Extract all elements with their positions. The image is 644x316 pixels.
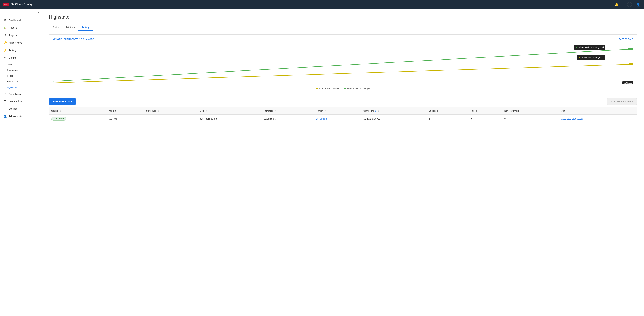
clear-filters-label: CLEAR FILTERS <box>614 100 633 103</box>
sort-icon-start-time[interactable]: ↓ <box>375 110 376 112</box>
vulnerability-icon: 🛡 <box>4 100 7 103</box>
cell-origin: Ad-Hoc <box>107 114 144 123</box>
legend-item-no-changes: Minions with no changes <box>344 87 370 90</box>
app-title: SaltStack Config <box>11 3 32 6</box>
run-highstate-button[interactable]: RUN HIGHSTATE <box>49 98 76 104</box>
col-label-status: Status <box>51 110 58 112</box>
cell-function: state.high... <box>262 114 314 123</box>
col-header-status: Status ▼ <box>49 108 107 114</box>
sidebar-item-config[interactable]: ⚙ Config ∨ <box>0 54 42 62</box>
clear-filters-button[interactable]: ▼ CLEAR FILTERS <box>607 98 637 105</box>
target-link[interactable]: All Minions <box>316 118 328 120</box>
filter-icon-job[interactable]: ▼ <box>206 110 207 112</box>
sidebar-item-vulnerability[interactable]: 🛡 Vulnerability › <box>0 98 42 105</box>
sidebar-item-file-server[interactable]: File Server <box>7 79 42 84</box>
svg-point-0 <box>628 48 633 50</box>
filter-icon-schedule[interactable]: ▼ <box>158 110 160 112</box>
legend-item-changes: Minions with changes <box>316 87 339 90</box>
user-icon[interactable]: 👤 <box>636 2 640 7</box>
chevron-right-icon: › <box>38 49 38 52</box>
tab-activity[interactable]: Activity <box>78 24 93 31</box>
sidebar-item-minion-keys[interactable]: 🔑 Minion Keys › <box>0 39 42 46</box>
topnav-icons: 🔔 ? 👤 <box>615 2 640 7</box>
sidebar-item-activity[interactable]: ⚡ Activity › <box>0 46 42 54</box>
chart-legend: Minions with changes Minions with no cha… <box>52 87 633 90</box>
col-label-job: Job <box>200 110 204 112</box>
data-table: Status ▼ Origin Schedule ▼ Job ▼ <box>49 108 637 123</box>
col-label-success: Success <box>429 110 438 112</box>
page-title: Highstate <box>49 14 637 20</box>
sidebar-item-label: Settings <box>9 107 18 110</box>
filter-icon: ▼ <box>611 100 613 103</box>
col-header-success: Success <box>426 108 468 114</box>
sidebar-item-jobs[interactable]: Jobs <box>7 62 42 67</box>
col-header-start-time: Start Time ↓ ▼ <box>361 108 426 114</box>
filter-icon-target[interactable]: ▼ <box>324 110 326 112</box>
col-header-schedule: Schedule ▼ <box>144 108 198 114</box>
sidebar-item-pillars[interactable]: Pillars <box>7 73 42 79</box>
cell-not-returned: 0 <box>502 114 559 123</box>
sidebar-item-reports[interactable]: 📊 Reports <box>0 24 42 32</box>
highstate-label: Highstate <box>7 86 16 89</box>
sidebar-item-dashboard[interactable]: ⊞ Dashboard <box>0 16 42 24</box>
sidebar-item-settings[interactable]: ≡ Settings › <box>0 105 42 112</box>
chevron-right-icon: › <box>38 100 38 102</box>
filter-icon-start-time[interactable]: ▼ <box>378 110 380 112</box>
sidebar-collapse-button[interactable]: « <box>0 9 42 16</box>
jid-link[interactable]: 20221102133509929 <box>562 118 583 120</box>
table-header-row: Status ▼ Origin Schedule ▼ Job ▼ <box>49 108 637 114</box>
col-header-job: Job ▼ <box>198 108 262 114</box>
cell-status: Completed <box>49 114 107 123</box>
col-header-jid: JID <box>559 108 637 114</box>
sidebar-item-administration[interactable]: 👤 Administration › <box>0 112 42 120</box>
sidebar-item-label: Administration <box>9 115 24 118</box>
targets-icon: ◎ <box>4 34 7 37</box>
administration-icon: 👤 <box>4 114 7 118</box>
chart-header: MINIONS: CHANGES VS NO CHANGES PAST 30 D… <box>52 38 633 40</box>
sidebar-item-compliance[interactable]: ✓ Compliance › <box>0 90 42 98</box>
nav-divider <box>623 2 623 7</box>
col-label-origin: Origin <box>109 110 116 112</box>
vmw-logo: vmw <box>4 3 10 6</box>
sidebar-item-targets[interactable]: ◎ Targets <box>0 32 42 39</box>
help-icon[interactable]: ? <box>627 2 632 7</box>
col-header-not-returned: Not Returned <box>502 108 559 114</box>
legend-dot-no-changes <box>344 88 346 89</box>
action-bar: RUN HIGHSTATE ▼ CLEAR FILTERS <box>49 98 637 105</box>
filter-icon-function[interactable]: ▼ <box>275 110 277 112</box>
svg-point-1 <box>628 63 633 65</box>
sidebar-item-label: Minion Keys <box>9 41 22 44</box>
tab-minions[interactable]: Minions <box>63 24 78 31</box>
cell-target[interactable]: All Minions <box>314 114 361 123</box>
col-label-jid: JID <box>562 110 565 112</box>
filter-icon-status[interactable]: ▼ <box>60 110 62 112</box>
table-header: Status ▼ Origin Schedule ▼ Job ▼ <box>49 108 637 114</box>
pillars-label: Pillars <box>7 74 13 77</box>
col-label-start-time: Start Time <box>363 110 374 112</box>
compliance-icon: ✓ <box>4 92 7 96</box>
main-layout: « ⊞ Dashboard 📊 Reports ◎ Targets 🔑 Mini… <box>0 9 644 316</box>
sidebar-item-label: Compliance <box>9 93 22 96</box>
bell-icon[interactable]: 🔔 <box>615 2 618 6</box>
sidebar-item-highstate[interactable]: Highstate <box>7 84 42 90</box>
sidebar-item-schedules[interactable]: Schedules <box>7 67 42 73</box>
table-row: Completed Ad-Hoc -- eAPI defined job sta… <box>49 114 637 123</box>
sidebar: « ⊞ Dashboard 📊 Reports ◎ Targets 🔑 Mini… <box>0 9 42 316</box>
chart-title: MINIONS: CHANGES VS NO CHANGES <box>52 38 94 40</box>
cell-start-time: 11/2/22, 9:35 AM <box>361 114 426 123</box>
col-header-origin: Origin <box>107 108 144 114</box>
config-submenu: Jobs Schedules Pillars File Server Highs… <box>0 62 42 90</box>
cell-success: 6 <box>426 114 468 123</box>
chevron-right-icon: › <box>38 108 38 110</box>
col-label-not-returned: Not Returned <box>504 110 519 112</box>
legend-label-no-changes: Minions with no changes <box>347 87 370 90</box>
sidebar-item-label: Targets <box>9 34 17 37</box>
config-icon: ⚙ <box>4 56 7 59</box>
main-content: Highstate States Minions Activity MINION… <box>42 9 644 316</box>
chevron-right-icon: › <box>38 115 38 118</box>
sidebar-item-label: Vulnerability <box>9 100 22 103</box>
chart-svg <box>52 43 633 85</box>
cell-job: eAPI defined job <box>198 114 262 123</box>
tab-states[interactable]: States <box>49 24 63 31</box>
cell-jid[interactable]: 20221102133509929 <box>559 114 637 123</box>
